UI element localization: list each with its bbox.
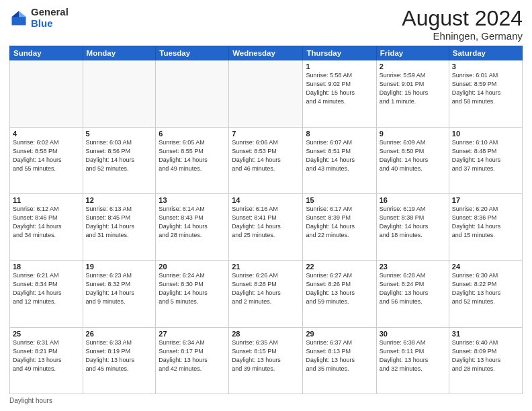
week-row-5: 25Sunrise: 6:31 AM Sunset: 8:21 PM Dayli… bbox=[10, 327, 523, 394]
calendar-cell: 24Sunrise: 6:30 AM Sunset: 8:22 PM Dayli… bbox=[449, 261, 522, 327]
header: General Blue August 2024 Ehningen, Germa… bbox=[9, 7, 523, 42]
calendar-cell: 31Sunrise: 6:40 AM Sunset: 8:09 PM Dayli… bbox=[449, 327, 522, 394]
calendar-cell bbox=[229, 60, 303, 127]
calendar-cell: 11Sunrise: 6:12 AM Sunset: 8:46 PM Dayli… bbox=[10, 193, 83, 260]
weekday-monday: Monday bbox=[83, 46, 156, 60]
day-info: Sunrise: 6:09 AM Sunset: 8:50 PM Dayligh… bbox=[380, 138, 446, 173]
title-block: August 2024 Ehningen, Germany bbox=[402, 7, 523, 42]
day-number: 27 bbox=[159, 330, 226, 338]
calendar-table: SundayMondayTuesdayWednesdayThursdayFrid… bbox=[9, 46, 523, 394]
week-row-3: 11Sunrise: 6:12 AM Sunset: 8:46 PM Dayli… bbox=[10, 193, 523, 260]
calendar-cell: 29Sunrise: 6:37 AM Sunset: 8:13 PM Dayli… bbox=[303, 327, 376, 394]
day-number: 23 bbox=[380, 263, 446, 271]
logo-general: General bbox=[31, 7, 69, 18]
weekday-friday: Friday bbox=[376, 46, 449, 60]
week-row-4: 18Sunrise: 6:21 AM Sunset: 8:34 PM Dayli… bbox=[10, 261, 523, 327]
calendar-cell: 21Sunrise: 6:26 AM Sunset: 8:28 PM Dayli… bbox=[229, 261, 303, 327]
day-number: 17 bbox=[452, 196, 519, 204]
day-info: Sunrise: 6:02 AM Sunset: 8:58 PM Dayligh… bbox=[13, 138, 80, 173]
location: Ehningen, Germany bbox=[402, 30, 523, 42]
calendar-cell: 12Sunrise: 6:13 AM Sunset: 8:45 PM Dayli… bbox=[83, 193, 156, 260]
day-number: 28 bbox=[232, 330, 300, 338]
day-info: Sunrise: 6:05 AM Sunset: 8:55 PM Dayligh… bbox=[159, 138, 226, 173]
week-row-2: 4Sunrise: 6:02 AM Sunset: 8:58 PM Daylig… bbox=[10, 127, 523, 193]
day-info: Sunrise: 6:10 AM Sunset: 8:48 PM Dayligh… bbox=[452, 138, 519, 173]
day-info: Sunrise: 6:33 AM Sunset: 8:19 PM Dayligh… bbox=[86, 338, 153, 373]
day-number: 10 bbox=[452, 130, 519, 138]
calendar-cell: 7Sunrise: 6:06 AM Sunset: 8:53 PM Daylig… bbox=[229, 127, 303, 193]
calendar-cell bbox=[156, 60, 229, 127]
calendar-cell: 17Sunrise: 6:20 AM Sunset: 8:36 PM Dayli… bbox=[449, 193, 522, 260]
day-number: 19 bbox=[86, 263, 153, 271]
day-number: 29 bbox=[306, 330, 373, 338]
day-info: Sunrise: 6:20 AM Sunset: 8:36 PM Dayligh… bbox=[452, 205, 519, 240]
day-number: 6 bbox=[159, 130, 226, 138]
footer-note: Daylight hours bbox=[9, 397, 523, 404]
day-number: 1 bbox=[306, 62, 373, 71]
day-info: Sunrise: 6:12 AM Sunset: 8:46 PM Dayligh… bbox=[13, 205, 80, 240]
day-info: Sunrise: 6:19 AM Sunset: 8:38 PM Dayligh… bbox=[380, 205, 446, 240]
day-info: Sunrise: 6:16 AM Sunset: 8:41 PM Dayligh… bbox=[232, 205, 300, 240]
calendar-cell: 18Sunrise: 6:21 AM Sunset: 8:34 PM Dayli… bbox=[10, 261, 83, 327]
day-info: Sunrise: 6:34 AM Sunset: 8:17 PM Dayligh… bbox=[159, 338, 226, 373]
day-number: 3 bbox=[452, 62, 519, 71]
calendar-cell: 16Sunrise: 6:19 AM Sunset: 8:38 PM Dayli… bbox=[376, 193, 449, 260]
weekday-header-row: SundayMondayTuesdayWednesdayThursdayFrid… bbox=[10, 46, 523, 60]
calendar-cell: 1Sunrise: 5:58 AM Sunset: 9:02 PM Daylig… bbox=[303, 60, 376, 127]
calendar-cell: 3Sunrise: 6:01 AM Sunset: 8:59 PM Daylig… bbox=[449, 60, 522, 127]
day-info: Sunrise: 6:21 AM Sunset: 8:34 PM Dayligh… bbox=[13, 271, 80, 306]
logo-icon bbox=[9, 9, 28, 28]
day-number: 2 bbox=[380, 62, 446, 71]
calendar-cell: 14Sunrise: 6:16 AM Sunset: 8:41 PM Dayli… bbox=[229, 193, 303, 260]
weekday-sunday: Sunday bbox=[10, 46, 83, 60]
day-number: 5 bbox=[86, 130, 153, 138]
calendar-cell: 4Sunrise: 6:02 AM Sunset: 8:58 PM Daylig… bbox=[10, 127, 83, 193]
svg-marker-2 bbox=[12, 11, 19, 17]
calendar-cell: 27Sunrise: 6:34 AM Sunset: 8:17 PM Dayli… bbox=[156, 327, 229, 394]
day-number: 24 bbox=[452, 263, 519, 271]
calendar-cell: 2Sunrise: 5:59 AM Sunset: 9:01 PM Daylig… bbox=[376, 60, 449, 127]
calendar-cell: 30Sunrise: 6:38 AM Sunset: 8:11 PM Dayli… bbox=[376, 327, 449, 394]
calendar-cell: 28Sunrise: 6:35 AM Sunset: 8:15 PM Dayli… bbox=[229, 327, 303, 394]
day-info: Sunrise: 6:07 AM Sunset: 8:51 PM Dayligh… bbox=[306, 138, 373, 173]
calendar-cell bbox=[83, 60, 156, 127]
day-info: Sunrise: 6:03 AM Sunset: 8:56 PM Dayligh… bbox=[86, 138, 153, 173]
calendar-cell: 20Sunrise: 6:24 AM Sunset: 8:30 PM Dayli… bbox=[156, 261, 229, 327]
day-info: Sunrise: 6:17 AM Sunset: 8:39 PM Dayligh… bbox=[306, 205, 373, 240]
day-info: Sunrise: 6:31 AM Sunset: 8:21 PM Dayligh… bbox=[13, 338, 80, 373]
day-info: Sunrise: 6:38 AM Sunset: 8:11 PM Dayligh… bbox=[380, 338, 446, 373]
calendar-cell: 23Sunrise: 6:28 AM Sunset: 8:24 PM Dayli… bbox=[376, 261, 449, 327]
calendar-cell: 15Sunrise: 6:17 AM Sunset: 8:39 PM Dayli… bbox=[303, 193, 376, 260]
day-number: 11 bbox=[13, 196, 80, 204]
weekday-thursday: Thursday bbox=[303, 46, 376, 60]
day-number: 30 bbox=[380, 330, 446, 338]
day-info: Sunrise: 6:30 AM Sunset: 8:22 PM Dayligh… bbox=[452, 271, 519, 306]
calendar-cell: 26Sunrise: 6:33 AM Sunset: 8:19 PM Dayli… bbox=[83, 327, 156, 394]
day-info: Sunrise: 6:26 AM Sunset: 8:28 PM Dayligh… bbox=[232, 271, 300, 306]
day-number: 8 bbox=[306, 130, 373, 138]
day-info: Sunrise: 6:01 AM Sunset: 8:59 PM Dayligh… bbox=[452, 71, 519, 106]
day-info: Sunrise: 6:24 AM Sunset: 8:30 PM Dayligh… bbox=[159, 271, 226, 306]
day-number: 16 bbox=[380, 196, 446, 204]
day-info: Sunrise: 5:58 AM Sunset: 9:02 PM Dayligh… bbox=[306, 71, 373, 106]
weekday-saturday: Saturday bbox=[449, 46, 522, 60]
calendar-cell bbox=[10, 60, 83, 127]
day-number: 21 bbox=[232, 263, 300, 271]
day-info: Sunrise: 6:23 AM Sunset: 8:32 PM Dayligh… bbox=[86, 271, 153, 306]
weekday-tuesday: Tuesday bbox=[156, 46, 229, 60]
calendar-cell: 8Sunrise: 6:07 AM Sunset: 8:51 PM Daylig… bbox=[303, 127, 376, 193]
day-number: 12 bbox=[86, 196, 153, 204]
day-number: 13 bbox=[159, 196, 226, 204]
day-info: Sunrise: 6:37 AM Sunset: 8:13 PM Dayligh… bbox=[306, 338, 373, 373]
calendar-cell: 13Sunrise: 6:14 AM Sunset: 8:43 PM Dayli… bbox=[156, 193, 229, 260]
calendar-cell: 9Sunrise: 6:09 AM Sunset: 8:50 PM Daylig… bbox=[376, 127, 449, 193]
day-number: 9 bbox=[380, 130, 446, 138]
day-info: Sunrise: 6:35 AM Sunset: 8:15 PM Dayligh… bbox=[232, 338, 300, 373]
day-number: 4 bbox=[13, 130, 80, 138]
logo-blue: Blue bbox=[31, 18, 69, 30]
day-info: Sunrise: 5:59 AM Sunset: 9:01 PM Dayligh… bbox=[380, 71, 446, 106]
page: General Blue August 2024 Ehningen, Germa… bbox=[0, 0, 532, 411]
day-number: 31 bbox=[452, 330, 519, 338]
logo-text: General Blue bbox=[31, 7, 69, 29]
day-number: 14 bbox=[232, 196, 300, 204]
